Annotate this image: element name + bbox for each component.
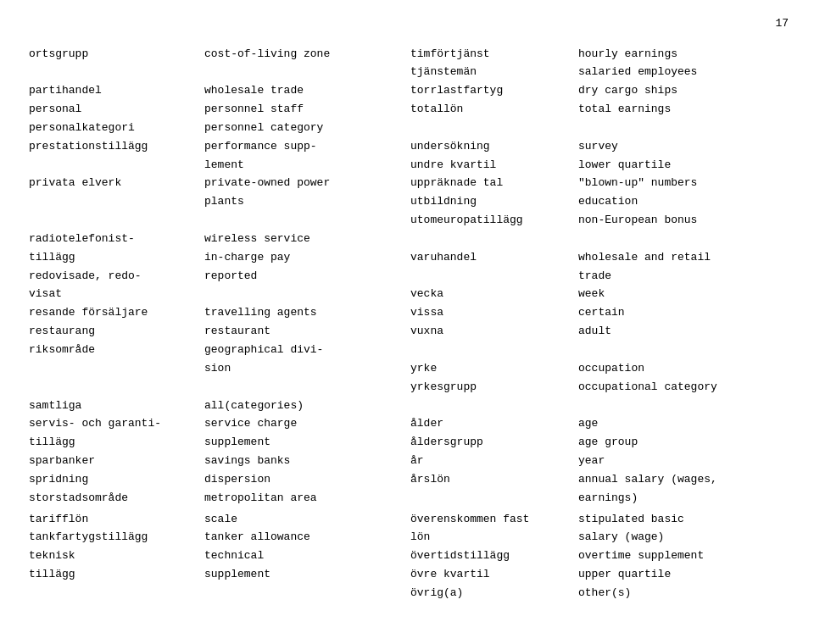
english-term-2: stipulated basic — [575, 510, 789, 529]
table-row: tilläggsupplementövre kvartilupper quart… — [25, 566, 789, 585]
english-term-2: wholesale and retail — [575, 248, 789, 267]
swedish-term: tillägg — [25, 566, 201, 585]
swedish-term-2: undre kvartil — [407, 156, 575, 175]
table-row: teknisktechnicalövertidstilläggovertime … — [25, 547, 789, 566]
table-row: storstadsområdemetropolitan area earning… — [25, 489, 789, 508]
table-row: prestationstilläggperformance supp-under… — [25, 137, 789, 156]
swedish-term-2: vecka — [407, 286, 575, 304]
english-term-2: survey — [575, 137, 789, 156]
english-term — [201, 584, 407, 602]
table-row: tillägg supplementåldersgruppage group — [25, 434, 789, 452]
swedish-term-2: undersökning — [407, 137, 575, 156]
english-term-2: salary (wage) — [575, 529, 789, 547]
english-term: tanker allowance — [201, 529, 407, 547]
english-term-2: age — [575, 415, 789, 434]
swedish-term: storstadsområde — [25, 489, 201, 508]
table-row: tankfartygstilläggtanker allowance lön s… — [25, 529, 789, 547]
english-term: technical — [201, 547, 407, 566]
swedish-term — [25, 359, 201, 378]
english-term: performance supp- — [201, 137, 407, 156]
swedish-term — [25, 584, 201, 602]
swedish-term: restaurang — [25, 323, 201, 341]
table-row: yrkesgruppoccupational category — [25, 378, 789, 397]
english-term-2: salaried employees — [575, 64, 789, 82]
swedish-term-2: övre kvartil — [407, 566, 575, 585]
table-row: tillägg in-charge payvaruhandelwholesale… — [25, 248, 789, 267]
page-number: 17 — [25, 17, 789, 30]
english-term-2: occupational category — [575, 378, 789, 397]
english-term-2 — [575, 230, 789, 248]
english-term: restaurant — [201, 323, 407, 341]
swedish-term-2: yrkesgrupp — [407, 378, 575, 397]
swedish-term-2 — [407, 119, 575, 137]
swedish-term-2: tjänstemän — [407, 64, 575, 82]
swedish-term: sparbanker — [25, 452, 201, 471]
english-term-2: week — [575, 286, 789, 304]
english-term-2: hourly earnings — [575, 45, 789, 64]
table-row: restaurangrestaurantvuxnaadult — [25, 323, 789, 341]
english-term-2: earnings) — [575, 489, 789, 508]
swedish-term-2: år — [407, 452, 575, 471]
table-row: plantsutbildningeducation — [25, 193, 789, 212]
swedish-term — [25, 64, 201, 82]
swedish-term-2 — [407, 230, 575, 248]
swedish-term-2: lön — [407, 529, 575, 547]
swedish-term-2 — [407, 267, 575, 286]
english-term: scale — [201, 510, 407, 529]
table-row: radiotelefonist-wireless service — [25, 230, 789, 248]
swedish-term: tillägg — [25, 248, 201, 267]
swedish-term-2: vissa — [407, 304, 575, 323]
english-term: personnel category — [201, 119, 407, 137]
swedish-term — [25, 156, 201, 175]
table-row: riksområdegeographical divi- — [25, 341, 789, 360]
english-term — [201, 378, 407, 397]
swedish-term — [25, 212, 201, 230]
english-term: wholesale trade — [201, 82, 407, 101]
table-row: servis- och garanti-service chargeåldera… — [25, 415, 789, 434]
english-term: supplement — [201, 434, 407, 452]
table-row: utomeuropatilläggnon-European bonus — [25, 212, 789, 230]
swedish-term-2 — [407, 489, 575, 508]
table-row: spridningdispersionårslönannual salary (… — [25, 470, 789, 489]
swedish-term: redovisade, redo- — [25, 267, 201, 286]
english-term-2: non-European bonus — [575, 212, 789, 230]
table-row: partihandelwholesale tradetorrlastfartyg… — [25, 82, 789, 101]
swedish-term-2 — [407, 397, 575, 415]
swedish-term: ortsgrupp — [25, 45, 201, 64]
swedish-term: resande försäljare — [25, 304, 201, 323]
english-term-2: other(s) — [575, 584, 789, 602]
table-row: resande försäljaretravelling agentsvissa… — [25, 304, 789, 323]
swedish-term: personal — [25, 101, 201, 119]
english-term: metropolitan area — [201, 489, 407, 508]
swedish-term: tillägg — [25, 434, 201, 452]
english-term: personnel staff — [201, 101, 407, 119]
swedish-term-2: övertidstillägg — [407, 547, 575, 566]
swedish-term-2: vuxna — [407, 323, 575, 341]
english-term — [201, 286, 407, 304]
table-row: ortsgruppcost-of-living zonetimförtjänst… — [25, 45, 789, 64]
swedish-term: samtliga — [25, 397, 201, 415]
english-term-2: upper quartile — [575, 566, 789, 585]
table-row: visatveckaweek — [25, 286, 789, 304]
english-term-2: dry cargo ships — [575, 82, 789, 101]
swedish-term-2: varuhandel — [407, 248, 575, 267]
swedish-term: tarifflön — [25, 510, 201, 529]
swedish-term-2: årslön — [407, 470, 575, 489]
english-term-2: year — [575, 452, 789, 471]
table-row: tjänstemänsalaried employees — [25, 64, 789, 82]
english-term-2: overtime supplement — [575, 547, 789, 566]
english-term: dispersion — [201, 470, 407, 489]
english-term-2: lower quartile — [575, 156, 789, 175]
english-term-2: occupation — [575, 359, 789, 378]
english-term-2 — [575, 397, 789, 415]
swedish-term — [25, 193, 201, 212]
english-term-2: trade — [575, 267, 789, 286]
english-term-2 — [575, 119, 789, 137]
swedish-term-2: åldersgrupp — [407, 434, 575, 452]
english-term: service charge — [201, 415, 407, 434]
english-term-2: "blown-up" numbers — [575, 175, 789, 193]
english-term: in-charge pay — [201, 248, 407, 267]
swedish-term-2: yrke — [407, 359, 575, 378]
swedish-term-2: utomeuropatillägg — [407, 212, 575, 230]
swedish-term-2: ålder — [407, 415, 575, 434]
